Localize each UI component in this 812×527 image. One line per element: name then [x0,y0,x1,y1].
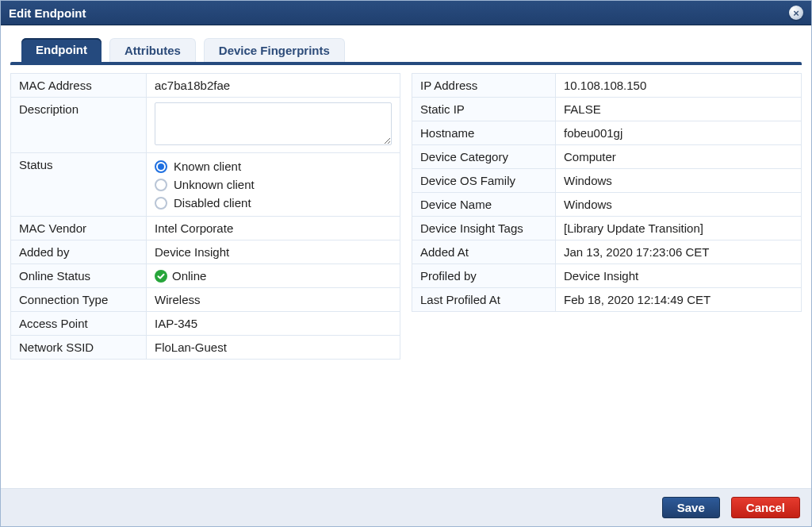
left-table: MAC Address ac7ba18b2fae Description Sta… [10,73,400,360]
label-network-ssid: Network SSID [11,336,147,360]
label-device-name: Device Name [412,193,556,217]
form-area: MAC Address ac7ba18b2fae Description Sta… [10,65,802,480]
radio-label: Disabled client [174,196,251,210]
close-button[interactable]: × [789,6,803,20]
save-button[interactable]: Save [662,497,720,518]
label-access-point: Access Point [11,312,147,336]
online-status-wrap: Online [155,269,392,283]
dialog-body: Endpoint Attributes Device Fingerprints … [1,25,811,488]
cancel-button-label: Cancel [746,501,785,514]
label-static-ip: Static IP [412,98,556,121]
label-online-status: Online Status [11,264,147,288]
radio-label: Unknown client [174,178,255,191]
label-mac-vendor: MAC Vendor [11,217,147,240]
close-icon: × [793,8,799,18]
value-static-ip: FALSE [556,98,802,121]
right-column: IP Address 10.108.108.150 Static IP FALS… [412,73,802,480]
label-device-os-family: Device OS Family [412,169,556,193]
radio-known-client[interactable]: Known client [155,160,392,173]
label-status: Status [11,153,147,217]
tab-device-fingerprints[interactable]: Device Fingerprints [204,38,345,62]
label-connection-type: Connection Type [11,288,147,312]
label-last-profiled-at: Last Profiled At [412,288,556,312]
tab-label: Attributes [124,44,181,57]
label-device-insight-tags: Device Insight Tags [412,217,556,240]
dialog-footer: Save Cancel [1,488,811,526]
value-ip-address: 10.108.108.150 [556,74,802,98]
cancel-button[interactable]: Cancel [731,497,800,518]
label-profiled-by: Profiled by [412,264,556,288]
value-mac-address: ac7ba18b2fae [147,74,400,98]
value-device-name: Windows [556,193,802,217]
tab-label: Endpoint [36,43,87,56]
status-radio-group: Known client Unknown client Disabled cli… [155,158,392,211]
value-device-os-family: Windows [556,169,802,193]
check-circle-icon [155,270,167,283]
radio-icon [155,179,167,191]
value-online-status: Online [172,269,206,283]
save-button-label: Save [677,501,705,514]
label-hostname: Hostname [412,121,556,145]
dialog-titlebar: Edit Endpoint × [1,1,811,25]
value-last-profiled-at: Feb 18, 2020 12:14:49 CET [556,288,802,312]
cell-description [147,98,400,153]
value-profiled-by: Device Insight [556,264,802,288]
label-added-at: Added At [412,240,556,264]
tab-attributes[interactable]: Attributes [109,38,196,62]
left-column: MAC Address ac7ba18b2fae Description Sta… [10,73,400,480]
tab-endpoint[interactable]: Endpoint [21,38,102,62]
value-hostname: fobeu001gj [556,121,802,145]
description-textarea[interactable] [155,102,392,145]
value-added-at: Jan 13, 2020 17:23:06 CET [556,240,802,264]
cell-status: Known client Unknown client Disabled cli… [147,153,400,217]
value-access-point: IAP-345 [147,312,400,336]
radio-icon [155,160,167,173]
right-table: IP Address 10.108.108.150 Static IP FALS… [412,73,802,312]
value-device-insight-tags: [Library Update Transition] [556,217,802,240]
edit-endpoint-dialog: Edit Endpoint × Endpoint Attributes Devi… [0,0,812,527]
value-device-category: Computer [556,145,802,169]
cell-online-status: Online [147,264,400,288]
tab-label: Device Fingerprints [219,44,330,57]
radio-label: Known client [174,160,241,173]
value-mac-vendor: Intel Corporate [147,217,400,240]
label-mac-address: MAC Address [11,74,147,98]
value-network-ssid: FloLan-Guest [147,336,400,360]
radio-icon [155,197,167,210]
dialog-title: Edit Endpoint [9,6,86,20]
label-description: Description [11,98,147,153]
label-device-category: Device Category [412,145,556,169]
value-added-by: Device Insight [147,240,400,264]
tab-bar: Endpoint Attributes Device Fingerprints [10,38,802,62]
value-connection-type: Wireless [147,288,400,312]
radio-disabled-client[interactable]: Disabled client [155,196,392,210]
label-ip-address: IP Address [412,74,556,98]
label-added-by: Added by [11,240,147,264]
radio-unknown-client[interactable]: Unknown client [155,178,392,191]
